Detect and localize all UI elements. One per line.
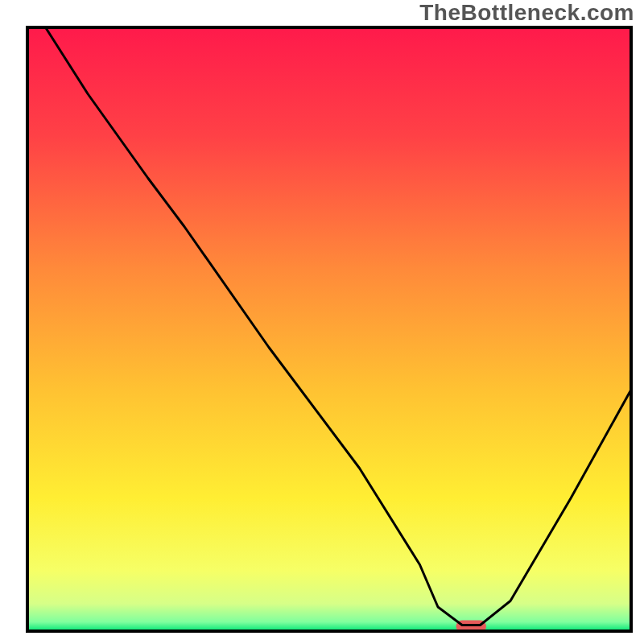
bottleneck-chart: TheBottleneck.com — [0, 0, 644, 644]
watermark-text: TheBottleneck.com — [419, 0, 634, 26]
gradient-background — [27, 27, 631, 631]
chart-svg — [0, 0, 644, 644]
